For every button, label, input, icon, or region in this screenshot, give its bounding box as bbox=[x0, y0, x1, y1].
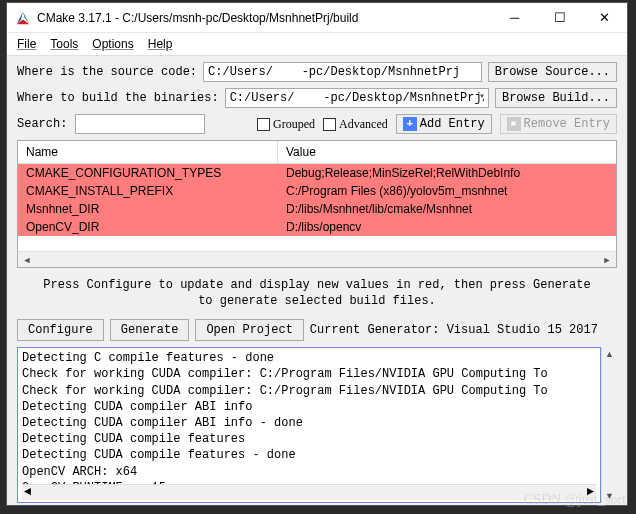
x-icon: ✖ bbox=[507, 117, 521, 131]
table-hscrollbar[interactable]: ◄ ► bbox=[18, 251, 616, 267]
log-hscrollbar[interactable]: ◄ ► bbox=[22, 484, 596, 500]
source-label: Where is the source code: bbox=[17, 65, 197, 79]
table-row[interactable]: CMAKE_CONFIGURATION_TYPESDebug;Release;M… bbox=[18, 164, 616, 182]
grouped-checkbox[interactable]: Grouped bbox=[257, 117, 315, 132]
menu-file[interactable]: File bbox=[17, 37, 36, 51]
table-row[interactable]: CMAKE_INSTALL_PREFIXC:/Program Files (x8… bbox=[18, 182, 616, 200]
scroll-left-icon: ◄ bbox=[20, 254, 34, 266]
button-row: Configure Generate Open Project Current … bbox=[17, 319, 617, 341]
build-input[interactable] bbox=[225, 88, 489, 108]
cmake-logo-icon bbox=[15, 10, 31, 26]
col-name[interactable]: Name bbox=[18, 141, 278, 163]
cell-value: D:/libs/Msnhnet/lib/cmake/Msnhnet bbox=[278, 200, 480, 218]
current-generator-label: Current Generator: Visual Studio 15 2017 bbox=[310, 323, 598, 337]
cell-value: C:/Program Files (x86)/yolov5m_msnhnet bbox=[278, 182, 515, 200]
build-row: Where to build the binaries: Browse Buil… bbox=[17, 88, 617, 108]
content: Where is the source code: Browse Source.… bbox=[7, 56, 627, 505]
generate-button[interactable]: Generate bbox=[110, 319, 190, 341]
scroll-left-icon: ◄ bbox=[24, 484, 31, 500]
cell-value: D:/libs/opencv bbox=[278, 218, 369, 236]
add-entry-button[interactable]: + Add Entry bbox=[396, 114, 492, 134]
source-input[interactable] bbox=[203, 62, 482, 82]
cmake-window: CMake 3.17.1 - C:/Users/msnh-pc/Desktop/… bbox=[6, 2, 628, 506]
window-controls: ─ ☐ ✕ bbox=[492, 3, 627, 32]
search-label: Search: bbox=[17, 117, 67, 131]
open-project-button[interactable]: Open Project bbox=[195, 319, 303, 341]
checkbox-icon bbox=[257, 118, 270, 131]
scroll-up-icon: ▲ bbox=[605, 349, 614, 359]
menubar: File Tools Options Help bbox=[7, 33, 627, 56]
log-vscrollbar[interactable]: ▲ ▼ bbox=[601, 347, 617, 503]
scroll-right-icon: ► bbox=[587, 484, 594, 500]
menu-tools[interactable]: Tools bbox=[50, 37, 78, 51]
table-row[interactable]: OpenCV_DIRD:/libs/opencv bbox=[18, 218, 616, 236]
advanced-checkbox[interactable]: Advanced bbox=[323, 117, 388, 132]
maximize-button[interactable]: ☐ bbox=[537, 3, 582, 32]
scroll-down-icon: ▼ bbox=[605, 491, 614, 501]
table-header: Name Value bbox=[18, 141, 616, 164]
search-input[interactable] bbox=[75, 114, 205, 134]
table-row[interactable]: Msnhnet_DIRD:/libs/Msnhnet/lib/cmake/Msn… bbox=[18, 200, 616, 218]
log-output[interactable]: Detecting C compile features - done Chec… bbox=[17, 347, 601, 503]
cell-name: CMAKE_INSTALL_PREFIX bbox=[18, 182, 278, 200]
col-value[interactable]: Value bbox=[278, 141, 324, 163]
window-title: CMake 3.17.1 - C:/Users/msnh-pc/Desktop/… bbox=[37, 11, 492, 25]
build-label: Where to build the binaries: bbox=[17, 91, 219, 105]
checkbox-icon bbox=[323, 118, 336, 131]
remove-entry-button: ✖ Remove Entry bbox=[500, 114, 617, 134]
log-area: Detecting C compile features - done Chec… bbox=[17, 347, 617, 503]
table-body: CMAKE_CONFIGURATION_TYPESDebug;Release;M… bbox=[18, 164, 616, 251]
configure-button[interactable]: Configure bbox=[17, 319, 104, 341]
scroll-right-icon: ► bbox=[600, 254, 614, 266]
search-row: Search: Grouped Advanced + Add Entry ✖ R… bbox=[17, 114, 617, 134]
browse-source-button[interactable]: Browse Source... bbox=[488, 62, 617, 82]
source-row: Where is the source code: Browse Source.… bbox=[17, 62, 617, 82]
browse-build-button[interactable]: Browse Build... bbox=[495, 88, 617, 108]
cache-table: Name Value CMAKE_CONFIGURATION_TYPESDebu… bbox=[17, 140, 617, 268]
build-combo[interactable] bbox=[225, 88, 489, 108]
hint-text: Press Configure to update and display ne… bbox=[17, 274, 617, 313]
cell-name: OpenCV_DIR bbox=[18, 218, 278, 236]
cell-value: Debug;Release;MinSizeRel;RelWithDebInfo bbox=[278, 164, 528, 182]
close-button[interactable]: ✕ bbox=[582, 3, 627, 32]
cell-name: Msnhnet_DIR bbox=[18, 200, 278, 218]
titlebar: CMake 3.17.1 - C:/Users/msnh-pc/Desktop/… bbox=[7, 3, 627, 33]
minimize-button[interactable]: ─ bbox=[492, 3, 537, 32]
plus-icon: + bbox=[403, 117, 417, 131]
menu-options[interactable]: Options bbox=[92, 37, 133, 51]
menu-help[interactable]: Help bbox=[148, 37, 173, 51]
cell-name: CMAKE_CONFIGURATION_TYPES bbox=[18, 164, 278, 182]
